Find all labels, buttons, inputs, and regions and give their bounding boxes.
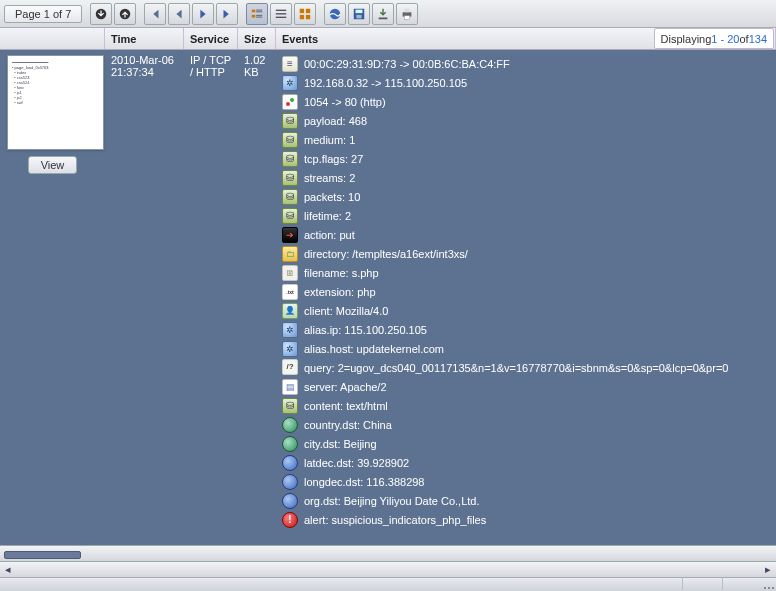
db-icon — [282, 132, 298, 148]
svg-rect-9 — [276, 13, 287, 14]
event-text: payload: 468 — [304, 112, 367, 130]
db-icon — [282, 189, 298, 205]
event-line[interactable]: alert: suspicious_indicators_php_files — [282, 511, 770, 529]
event-text: alias.host: updatekernel.com — [304, 340, 444, 358]
event-line[interactable]: streams: 2 — [282, 169, 770, 187]
svg-rect-11 — [300, 8, 304, 12]
client-icon — [282, 303, 298, 319]
globe2-icon — [282, 474, 298, 490]
globe-icon — [282, 436, 298, 452]
event-line[interactable]: tcp.flags: 27 — [282, 150, 770, 168]
event-text: alias.ip: 115.100.250.105 — [304, 321, 427, 339]
event-line[interactable]: alias.ip: 115.100.250.105 — [282, 321, 770, 339]
event-line[interactable]: payload: 468 — [282, 112, 770, 130]
event-line[interactable]: org.dst: Beijing Yiliyou Date Co.,Ltd. — [282, 492, 770, 510]
alert-icon — [282, 512, 298, 528]
refresh-down-button[interactable] — [90, 3, 112, 25]
event-line[interactable]: directory: /templtes/a16ext/int3xs/ — [282, 245, 770, 263]
resize-grip[interactable] — [762, 578, 776, 591]
event-line[interactable]: query: 2=ugov_dcs040_00117135&n=1&v=1677… — [282, 359, 770, 377]
view-detail-button[interactable] — [246, 3, 268, 25]
event-text: 192.168.0.32 -> 115.100.250.105 — [304, 74, 467, 92]
table-header: Time Service Size Events Displaying 1 - … — [0, 28, 776, 50]
status-bar — [0, 577, 776, 591]
event-line[interactable]: longdec.dst: 116.388298 — [282, 473, 770, 491]
event-line[interactable]: extension: php — [282, 283, 770, 301]
folder-icon — [282, 246, 298, 262]
net-icon — [282, 322, 298, 338]
svg-rect-14 — [306, 14, 310, 18]
event-text: client: Mozilla/4.0 — [304, 302, 388, 320]
event-line[interactable]: filename: s.php — [282, 264, 770, 282]
event-line[interactable]: server: Apache/2 — [282, 378, 770, 396]
google-earth-button[interactable] — [324, 3, 346, 25]
nav-next-button[interactable] — [192, 3, 214, 25]
content: ━━━━━━━━━━━━━━━━━━• page_load_0x5763 • i… — [0, 50, 776, 541]
event-line[interactable]: alias.host: updatekernel.com — [282, 340, 770, 358]
event-line[interactable]: packets: 10 — [282, 188, 770, 206]
svg-rect-5 — [252, 14, 256, 17]
event-line[interactable]: action: put — [282, 226, 770, 244]
event-text: server: Apache/2 — [304, 378, 387, 396]
svg-rect-7 — [256, 16, 262, 17]
thumbnail[interactable]: ━━━━━━━━━━━━━━━━━━• page_load_0x5763 • i… — [7, 55, 104, 150]
view-grid-button[interactable] — [294, 3, 316, 25]
export-button[interactable] — [372, 3, 394, 25]
svg-rect-12 — [306, 8, 310, 12]
net-icon — [282, 341, 298, 357]
net-icon — [282, 75, 298, 91]
svg-rect-4 — [256, 11, 262, 12]
traffic-icon — [282, 94, 298, 110]
db-icon — [282, 398, 298, 414]
doc-icon — [282, 56, 298, 72]
globe-icon — [282, 417, 298, 433]
event-line[interactable]: 192.168.0.32 -> 115.100.250.105 — [282, 74, 770, 92]
event-text: country.dst: China — [304, 416, 392, 434]
svg-rect-13 — [300, 14, 304, 18]
event-text: alert: suspicious_indicators_php_files — [304, 511, 486, 529]
col-size[interactable]: Size — [238, 28, 276, 49]
save-button[interactable] — [348, 3, 370, 25]
event-text: directory: /templtes/a16ext/int3xs/ — [304, 245, 468, 263]
nav-first-button[interactable] — [144, 3, 166, 25]
server-icon — [282, 379, 298, 395]
nav-last-button[interactable] — [216, 3, 238, 25]
event-line[interactable]: city.dst: Beijing — [282, 435, 770, 453]
scroll-left-icon[interactable]: ◂ — [0, 563, 16, 577]
event-line[interactable]: 00:0C:29:31:9D:73 -> 00:0B:6C:BA:C4:FF — [282, 55, 770, 73]
view-button[interactable]: View — [28, 156, 78, 174]
cell-service: IP / TCP / HTTP — [184, 54, 238, 530]
event-line[interactable]: country.dst: China — [282, 416, 770, 434]
event-line[interactable]: content: text/html — [282, 397, 770, 415]
event-text: org.dst: Beijing Yiliyou Date Co.,Ltd. — [304, 492, 479, 510]
view-list-button[interactable] — [270, 3, 292, 25]
event-text: longdec.dst: 116.388298 — [304, 473, 425, 491]
col-time[interactable]: Time — [105, 28, 184, 49]
paging-display: Displaying 1 - 20 of 134 — [654, 28, 774, 49]
globe2-icon — [282, 493, 298, 509]
event-text: latdec.dst: 39.928902 — [304, 454, 409, 472]
svg-rect-2 — [252, 9, 256, 12]
svg-rect-20 — [405, 8, 410, 12]
print-button[interactable] — [396, 3, 418, 25]
event-line[interactable]: client: Mozilla/4.0 — [282, 302, 770, 320]
event-line[interactable]: medium: 1 — [282, 131, 770, 149]
content-hscroll[interactable] — [0, 545, 776, 561]
event-text: action: put — [304, 226, 355, 244]
col-service[interactable]: Service — [184, 28, 238, 49]
svg-rect-10 — [276, 16, 287, 17]
scroll-right-icon[interactable]: ▸ — [760, 563, 776, 577]
event-line[interactable]: 1054 -> 80 (http) — [282, 93, 770, 111]
refresh-up-button[interactable] — [114, 3, 136, 25]
col-thumb — [0, 28, 105, 49]
svg-rect-3 — [256, 9, 262, 10]
cell-size: 1.02 KB — [238, 54, 276, 530]
paging-prefix: Displaying — [661, 33, 712, 45]
window-hscroll[interactable]: ◂ ▸ — [0, 561, 776, 577]
event-line[interactable]: latdec.dst: 39.928902 — [282, 454, 770, 472]
nav-prev-button[interactable] — [168, 3, 190, 25]
event-line[interactable]: lifetime: 2 — [282, 207, 770, 225]
db-icon — [282, 170, 298, 186]
cell-events: 00:0C:29:31:9D:73 -> 00:0B:6C:BA:C4:FF19… — [276, 54, 776, 530]
cell-thumb: ━━━━━━━━━━━━━━━━━━• page_load_0x5763 • i… — [0, 54, 105, 530]
